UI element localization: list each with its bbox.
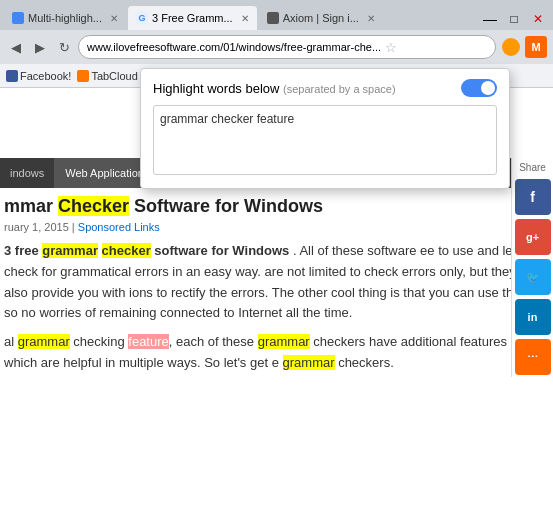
star-icon[interactable]: ☆ [385, 40, 397, 55]
title-checker: Checker [58, 196, 129, 216]
highlight-checker-1: checker [102, 243, 151, 258]
bookmark-facebook-label: Facebook! [20, 70, 71, 82]
popup-title: Highlight words below (separated by a sp… [153, 81, 396, 96]
bookmark-tabcloud[interactable]: TabCloud [77, 70, 137, 82]
bookmark-tabcloud-label: TabCloud [91, 70, 137, 82]
popup-subtitle: (separated by a space) [283, 83, 396, 95]
title-suffix: Software for Windows [129, 196, 323, 216]
article-area: mmar Checker Software for Windows ruary … [0, 188, 553, 516]
share-more-button[interactable]: ⋯ [515, 339, 551, 375]
bookmark-facebook[interactable]: Facebook! [6, 70, 71, 82]
forward-button[interactable]: ▶ [30, 37, 50, 57]
minimize-button[interactable]: — [479, 8, 501, 30]
maximize-button[interactable]: □ [503, 8, 525, 30]
share-googleplus-button[interactable]: g+ [515, 219, 551, 255]
tab-title-2: 3 Free Gramm... [152, 12, 233, 24]
highlight-grammar-1: grammar [42, 243, 98, 258]
address-bar[interactable]: www.ilovefreesoftware.com/01/windows/fre… [78, 35, 496, 59]
tab-multi-highlight[interactable]: Multi-highligh... ✕ [4, 6, 126, 30]
title-prefix: mmar [4, 196, 58, 216]
tab-favicon-1 [12, 12, 24, 24]
address-text: www.ilovefreesoftware.com/01/windows/fre… [87, 41, 381, 53]
tab-axiom[interactable]: Axiom | Sign i... ✕ [259, 6, 383, 30]
share-twitter-button[interactable]: 🐦 [515, 259, 551, 295]
tab-title-3: Axiom | Sign i... [283, 12, 359, 24]
article-meta: ruary 1, 2015 | Sponsored Links [4, 221, 543, 233]
back-button[interactable]: ◀ [6, 37, 26, 57]
nav-item-windows[interactable]: indows [0, 158, 55, 188]
tab-title-1: Multi-highligh... [28, 12, 102, 24]
article-body: 3 free grammar checker software for Wind… [4, 241, 543, 374]
popup-header: Highlight words below (separated by a sp… [153, 79, 497, 97]
body-paragraph-1: 3 free grammar checker software for Wind… [4, 241, 543, 324]
tab-bar: Multi-highligh... ✕ G 3 Free Gramm... ✕ … [0, 0, 553, 30]
share-linkedin-button[interactable]: in [515, 299, 551, 335]
highlight-grammar-4: grammar [283, 355, 335, 370]
refresh-button[interactable]: ↻ [54, 37, 74, 57]
highlight-words-input[interactable]: grammar checker feature [153, 105, 497, 175]
tab-close-1[interactable]: ✕ [110, 13, 118, 24]
highlight-toggle[interactable] [461, 79, 497, 97]
tab-favicon-3 [267, 12, 279, 24]
tab-close-3[interactable]: ✕ [367, 13, 375, 24]
ext-m-icon[interactable]: M [525, 36, 547, 58]
main-layout: mmar Checker Software for Windows ruary … [0, 188, 553, 516]
highlight-grammar-2: grammar [18, 334, 70, 349]
share-label: Share [519, 158, 546, 177]
close-window-button[interactable]: ✕ [527, 8, 549, 30]
highlight-popup: Highlight words below (separated by a sp… [140, 68, 510, 189]
meta-sponsored-link[interactable]: Sponsored Links [78, 221, 160, 233]
highlight-feature-1: feature [128, 334, 168, 349]
article-title: mmar Checker Software for Windows [4, 196, 543, 217]
body-p1-strong: 3 free grammar checker software for Wind… [4, 243, 293, 258]
toolbar-extensions: M [500, 36, 547, 58]
tab-favicon-2: G [136, 12, 148, 24]
site-content: indows Web Applications Android IPhone I… [0, 158, 553, 516]
highlight-grammar-3: grammar [258, 334, 310, 349]
body-paragraph-2: al grammar checking feature, each of the… [4, 332, 543, 374]
facebook-favicon [6, 70, 18, 82]
tabcloud-favicon [77, 70, 89, 82]
share-facebook-button[interactable]: f [515, 179, 551, 215]
tab-close-2[interactable]: ✕ [241, 13, 249, 24]
ext-orange-icon[interactable] [500, 36, 522, 58]
tab-grammar[interactable]: G 3 Free Gramm... ✕ [128, 6, 257, 30]
address-bar-row: ◀ ▶ ↻ www.ilovefreesoftware.com/01/windo… [0, 30, 553, 64]
share-sidebar: Share f g+ 🐦 in ⋯ [511, 158, 553, 377]
meta-date: ruary 1, 2015 | [4, 221, 78, 233]
